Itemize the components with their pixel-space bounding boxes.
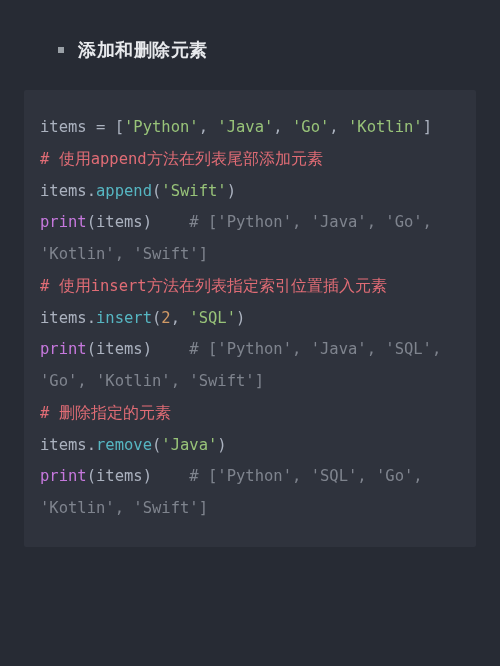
code-comment: # 使用insert方法在列表指定索引位置插入元素 xyxy=(40,277,387,295)
tok: = xyxy=(96,118,105,136)
code-line-7: print(items) # ['Python', 'Java', 'SQL',… xyxy=(40,340,451,390)
tok: items xyxy=(40,118,96,136)
tok: insert xyxy=(96,309,152,327)
section-heading: 添加和删除元素 xyxy=(58,38,476,62)
tok: ( xyxy=(152,182,161,200)
code-line-4: print(items) # ['Python', 'Java', 'Go', … xyxy=(40,213,441,263)
code-comment: # 删除指定的元素 xyxy=(40,404,171,422)
tok: ( xyxy=(152,436,161,454)
tok: append xyxy=(96,182,152,200)
tok: 'Swift' xyxy=(161,182,226,200)
tok: print xyxy=(40,467,87,485)
tok: items. xyxy=(40,182,96,200)
tok: 2 xyxy=(161,309,170,327)
tok: ( xyxy=(152,309,161,327)
tok: remove xyxy=(96,436,152,454)
tok: 'Python' xyxy=(124,118,199,136)
heading-text: 添加和删除元素 xyxy=(78,38,208,62)
tok: print xyxy=(40,213,87,231)
tok: [ xyxy=(105,118,124,136)
document-page: 添加和删除元素 items = ['Python', 'Java', 'Go',… xyxy=(0,0,500,571)
code-line-1: items = ['Python', 'Java', 'Go', 'Kotlin… xyxy=(40,118,432,136)
tok: (items) xyxy=(87,213,190,231)
code-block: items = ['Python', 'Java', 'Go', 'Kotlin… xyxy=(24,90,476,547)
tok: (items) xyxy=(87,340,190,358)
tok: 'Go' xyxy=(292,118,329,136)
code-line-3: items.append('Swift') xyxy=(40,182,236,200)
tok: print xyxy=(40,340,87,358)
tok: 'Kotlin' xyxy=(348,118,423,136)
tok: items. xyxy=(40,436,96,454)
tok: (items) xyxy=(87,467,190,485)
tok: 'SQL' xyxy=(189,309,236,327)
code-line-10: print(items) # ['Python', 'SQL', 'Go', '… xyxy=(40,467,432,517)
tok: ) xyxy=(217,436,226,454)
tok: , xyxy=(199,118,218,136)
code-comment: # 使用append方法在列表尾部添加元素 xyxy=(40,150,323,168)
tok: 'Java' xyxy=(161,436,217,454)
tok: , xyxy=(329,118,348,136)
tok: 'Java' xyxy=(217,118,273,136)
tok: ) xyxy=(227,182,236,200)
tok: ] xyxy=(423,118,432,136)
code-line-6: items.insert(2, 'SQL') xyxy=(40,309,245,327)
tok: items. xyxy=(40,309,96,327)
bullet-icon xyxy=(58,47,64,53)
code-line-9: items.remove('Java') xyxy=(40,436,227,454)
tok: , xyxy=(171,309,190,327)
tok: , xyxy=(273,118,292,136)
tok: ) xyxy=(236,309,245,327)
